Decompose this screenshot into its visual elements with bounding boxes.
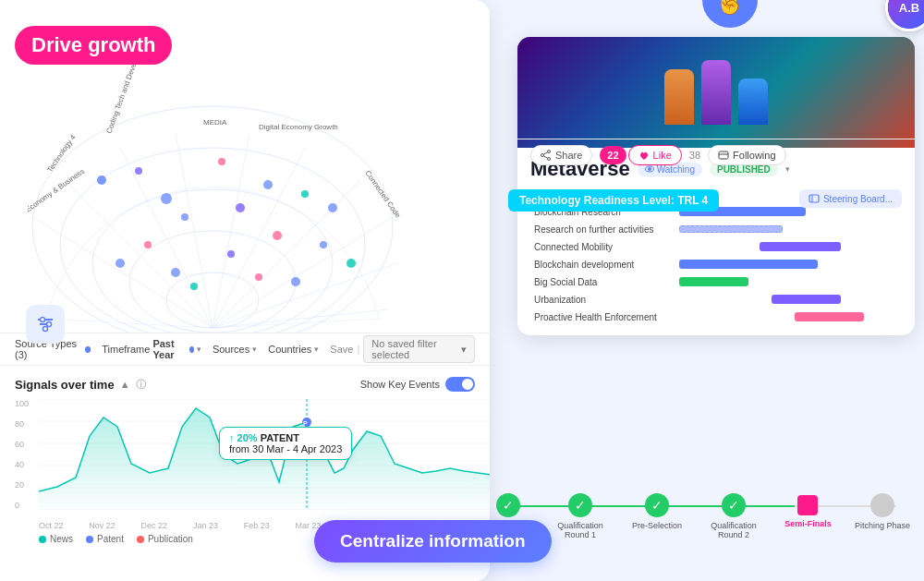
gantt-row-2: Research on further activities [534, 223, 898, 236]
show-key-events-toggle[interactable]: Show Key Events [360, 377, 475, 392]
phase-preselection-label: Pre-Selection [632, 521, 682, 530]
svg-point-2 [92, 189, 333, 337]
svg-rect-55 [809, 195, 819, 202]
metaverse-figures [664, 60, 768, 125]
svg-line-6 [65, 180, 213, 328]
metaverse-image [517, 37, 915, 148]
svg-text:P: P [303, 420, 308, 427]
phase-ideate-circle: ✓ [496, 493, 520, 517]
steering-icon [808, 193, 820, 204]
svg-text:Connected Code: Connected Code [363, 169, 402, 220]
trl-badge: Technology Readiness Level: TRL 4 [508, 189, 719, 212]
signals-header: Signals over time ▲ ⓘ Show Key Events [15, 377, 475, 392]
svg-point-23 [181, 213, 188, 221]
like-pill: 22 [600, 146, 626, 164]
svg-point-4 [32, 106, 393, 346]
gantt-row-6: Urbanization [534, 293, 898, 306]
svg-point-17 [161, 193, 172, 204]
figure-3 [738, 79, 768, 125]
like-icon [638, 150, 650, 161]
phase-qual-r2: ✓ QualificationRound 2 [706, 493, 761, 539]
svg-text:MEDIA: MEDIA [203, 118, 227, 127]
svg-point-24 [273, 231, 282, 240]
chart-svg-wrapper: P ↑ 20% PATENT from 30 Mar - 4 Apr 2023 [39, 399, 475, 514]
filter-icon[interactable] [26, 305, 65, 344]
signals-info-icon: ⓘ [136, 378, 146, 392]
phase-qual-r2-circle: ✓ [722, 493, 746, 517]
svg-point-18 [218, 158, 225, 165]
patent-from: from [229, 443, 249, 454]
svg-point-21 [328, 203, 337, 212]
drive-growth-badge: Drive growth [15, 26, 172, 65]
svg-rect-64 [719, 151, 728, 159]
svg-point-61 [541, 154, 544, 157]
svg-point-32 [291, 277, 300, 286]
svg-point-28 [116, 259, 125, 268]
svg-text:Technology 4: Technology 4 [45, 133, 78, 174]
svg-line-62 [543, 152, 547, 154]
share-button[interactable]: Share [530, 145, 592, 165]
sources-filter[interactable]: Sources ▾ [213, 344, 257, 355]
patent-type: PATENT [261, 432, 299, 443]
svg-point-19 [263, 180, 273, 189]
gantt-row-7: Proactive Health Enforcement [534, 310, 898, 323]
svg-point-16 [135, 167, 142, 175]
y-axis-labels: 100806040200 [15, 399, 29, 510]
gantt-row-3: Connected Mobility [534, 240, 898, 253]
legend-publication: Publication [137, 534, 193, 544]
svg-point-20 [301, 190, 309, 198]
svg-point-15 [97, 176, 106, 185]
timeframe-filter[interactable]: Timeframe Past Year ▾ [102, 338, 201, 360]
phase-pitching: Pitching Phase [855, 493, 910, 530]
radar-chart: Economy & Business Technology 4 Coding T… [28, 51, 471, 346]
phase-semifinals-label: Semi-Finals [784, 519, 832, 528]
filter-bar: Source Types (3) Timeframe Past Year ▾ S… [0, 333, 490, 366]
phase-pitching-label: Pitching Phase [855, 521, 910, 530]
patent-tooltip: ↑ 20% PATENT from 30 Mar - 4 Apr 2023 [219, 427, 352, 460]
follow-count: 38 [689, 150, 700, 161]
save-filter[interactable]: Save | No saved filter selected ▾ [330, 335, 475, 363]
like-count: 22 [600, 146, 626, 164]
patent-date: 30 Mar - 4 Apr 2023 [252, 443, 342, 454]
centralize-info-badge: Centralize information [314, 520, 552, 563]
gantt-row-4: Blockchain development [534, 258, 898, 271]
following-button[interactable]: Following [708, 145, 785, 165]
svg-point-33 [190, 283, 198, 290]
phase-preselection: ✓ Pre-Selection [629, 493, 685, 530]
svg-point-29 [227, 250, 235, 258]
steering-badge[interactable]: Steering Board... [799, 189, 902, 208]
metaverse-card: Technology Readiness Level: TRL 4 Steeri… [517, 37, 915, 335]
svg-point-22 [236, 203, 245, 212]
svg-point-0 [166, 272, 259, 328]
left-panel: Drive growth [0, 0, 490, 581]
like-button[interactable]: Like [628, 145, 682, 165]
svg-point-43 [41, 318, 45, 322]
figure-2 [701, 60, 731, 125]
countries-filter[interactable]: Countries ▾ [268, 344, 319, 355]
figure-1 [664, 69, 694, 125]
svg-line-63 [543, 156, 547, 158]
patent-arrow: ↑ [229, 432, 235, 443]
phase-qual-r1-label: QualificationRound 1 [557, 521, 603, 539]
hand-icon: ☝ [702, 0, 758, 28]
legend-patent: Patent [86, 534, 124, 544]
svg-point-26 [346, 259, 356, 268]
svg-text:Economy & Business: Economy & Business [28, 167, 86, 214]
svg-point-3 [60, 148, 365, 342]
phase-semifinals-circle [797, 495, 818, 515]
svg-point-1 [129, 231, 296, 333]
action-bar: Share 22 Like 38 Follow [517, 139, 915, 171]
signals-title: Signals over time ▲ ⓘ [15, 378, 146, 392]
svg-point-45 [43, 327, 48, 332]
phase-pitching-circle [870, 493, 894, 517]
filter-dropdown[interactable]: No saved filter selected ▾ [363, 335, 475, 363]
signals-chevron[interactable]: ▲ [120, 379, 130, 390]
avatar-badge[interactable]: A.B [885, 0, 924, 31]
svg-point-60 [548, 158, 551, 161]
phase-preselection-circle: ✓ [645, 493, 669, 517]
chart-area: 100806040200 [15, 399, 475, 519]
phase-qual-r1-circle: ✓ [568, 493, 592, 517]
svg-point-27 [144, 241, 152, 248]
metaverse-body: Metaverse Watching PUBLISHED ▾ EOL of X1… [517, 148, 915, 335]
svg-point-31 [255, 273, 262, 281]
